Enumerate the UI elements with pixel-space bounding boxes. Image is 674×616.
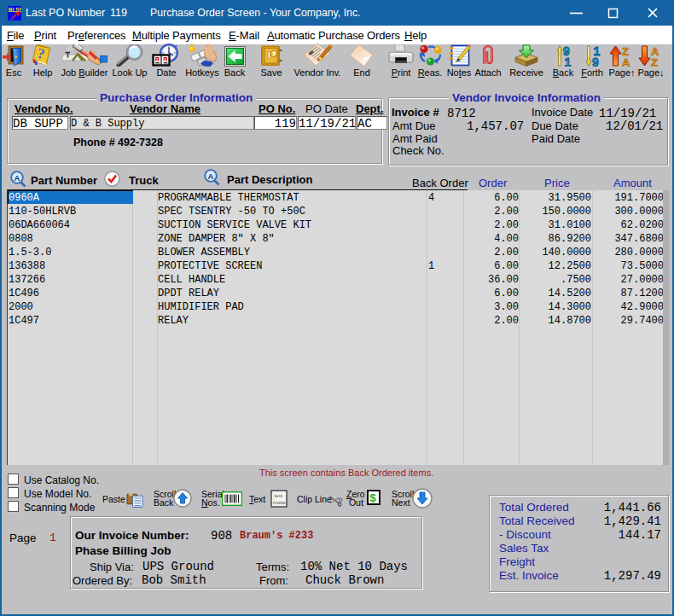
svg-text:$: $	[369, 491, 376, 504]
svg-text:A: A	[15, 173, 20, 183]
svg-text:mode: mode	[273, 499, 287, 505]
svg-text:A: A	[208, 171, 214, 181]
svg-text:text: text	[274, 492, 282, 498]
svg-text:Z: Z	[651, 56, 658, 67]
